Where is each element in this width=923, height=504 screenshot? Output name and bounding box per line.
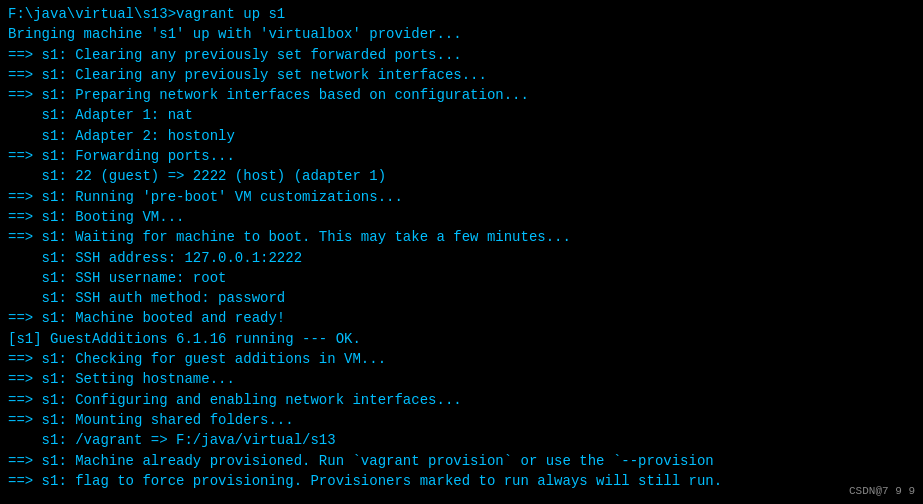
terminal-line-2: Bringing machine 's1' up with 'virtualbo… (8, 24, 915, 44)
terminal-line-16: ==> s1: Machine booted and ready! (8, 308, 915, 328)
terminal-line-10: ==> s1: Running 'pre-boot' VM customizat… (8, 187, 915, 207)
terminal-line-13: s1: SSH address: 127.0.0.1:2222 (8, 248, 915, 268)
terminal-line-18: ==> s1: Checking for guest additions in … (8, 349, 915, 369)
terminal-line-11: ==> s1: Booting VM... (8, 207, 915, 227)
watermark-text: CSDN@7 9 9 (849, 484, 915, 500)
terminal-line-22: s1: /vagrant => F:/java/virtual/s13 (8, 430, 915, 450)
terminal-line-21: ==> s1: Mounting shared folders... (8, 410, 915, 430)
terminal-line-4: ==> s1: Clearing any previously set netw… (8, 65, 915, 85)
terminal-line-3: ==> s1: Clearing any previously set forw… (8, 45, 915, 65)
terminal-window: F:\java\virtual\s13>vagrant up s1 Bringi… (0, 0, 923, 504)
terminal-line-24: ==> s1: flag to force provisioning. Prov… (8, 471, 915, 491)
terminal-line-20: ==> s1: Configuring and enabling network… (8, 390, 915, 410)
terminal-line-8: ==> s1: Forwarding ports... (8, 146, 915, 166)
terminal-line-15: s1: SSH auth method: password (8, 288, 915, 308)
terminal-line-5: ==> s1: Preparing network interfaces bas… (8, 85, 915, 105)
terminal-line-19: ==> s1: Setting hostname... (8, 369, 915, 389)
terminal-line-9: s1: 22 (guest) => 2222 (host) (adapter 1… (8, 166, 915, 186)
terminal-line-7: s1: Adapter 2: hostonly (8, 126, 915, 146)
terminal-line-12: ==> s1: Waiting for machine to boot. Thi… (8, 227, 915, 247)
terminal-line-1: F:\java\virtual\s13>vagrant up s1 (8, 4, 915, 24)
terminal-line-23: ==> s1: Machine already provisioned. Run… (8, 451, 915, 471)
terminal-line-14: s1: SSH username: root (8, 268, 915, 288)
terminal-line-6: s1: Adapter 1: nat (8, 105, 915, 125)
terminal-line-17: [s1] GuestAdditions 6.1.16 running --- O… (8, 329, 915, 349)
